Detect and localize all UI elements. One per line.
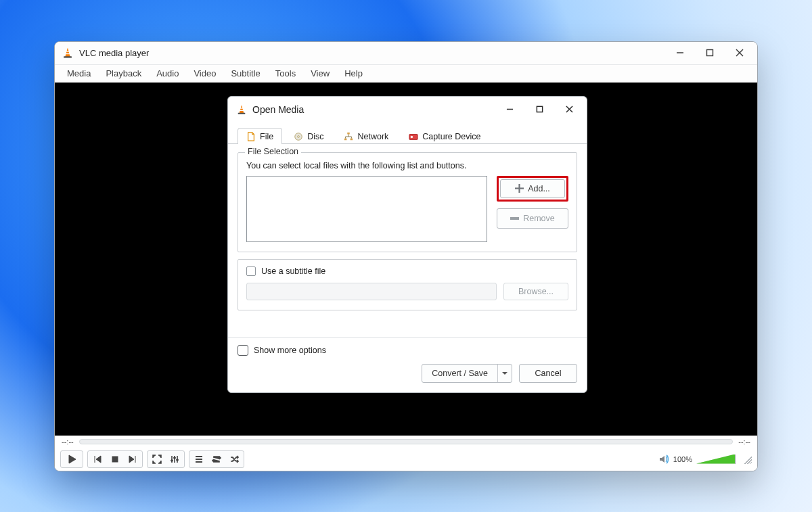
dialog-title: Open Media (252, 104, 304, 115)
capture-icon (409, 132, 418, 141)
menubar: Media Playback Audio Video Subtitle Tool… (55, 65, 757, 83)
network-icon (344, 132, 353, 141)
controls-row: 100% (55, 448, 757, 471)
speaker-icon[interactable] (658, 454, 669, 465)
skip-next-icon (128, 455, 137, 464)
open-media-dialog: Open Media File Disc (227, 96, 587, 393)
skip-prev-icon (93, 455, 102, 464)
menu-help[interactable]: Help (338, 67, 369, 80)
volume-percent: 100% (673, 455, 692, 463)
disc-icon (294, 132, 303, 141)
cancel-button-label: Cancel (535, 369, 562, 378)
menu-tools[interactable]: Tools (269, 67, 302, 80)
fullscreen-button[interactable] (149, 451, 165, 467)
tab-network-label: Network (357, 132, 388, 141)
vlc-main-window: VLC media player Media Playback Audio Vi… (54, 41, 758, 471)
show-more-checkbox[interactable] (238, 345, 248, 356)
tab-disc-label: Disc (307, 132, 323, 141)
subtitle-group: Use a subtitle file Browse... (238, 259, 577, 310)
loop-icon (212, 455, 221, 464)
plus-icon (515, 184, 524, 193)
subtitle-checkbox[interactable] (246, 266, 256, 276)
shuffle-button[interactable] (226, 451, 242, 467)
menu-view[interactable]: View (304, 67, 336, 80)
next-button[interactable] (125, 451, 141, 467)
view-group (147, 450, 185, 468)
svg-point-12 (298, 135, 300, 137)
svg-rect-13 (348, 132, 351, 134)
tab-capture[interactable]: Capture Device (400, 128, 489, 144)
file-selection-title: File Selection (245, 147, 301, 156)
remove-button[interactable]: Remove (497, 208, 568, 229)
cancel-button[interactable]: Cancel (519, 364, 577, 383)
equalizer-icon (170, 455, 179, 464)
loop-button[interactable] (208, 451, 225, 467)
svg-rect-15 (351, 138, 353, 140)
menu-playback[interactable]: Playback (99, 67, 148, 80)
close-button[interactable] (725, 43, 754, 63)
svg-point-23 (177, 459, 179, 461)
subtitle-checkbox-label: Use a subtitle file (261, 266, 325, 276)
chevron-down-icon (502, 371, 508, 376)
file-list[interactable] (246, 176, 487, 242)
convert-save-label: Convert / Save (422, 365, 498, 382)
add-button-highlight: Add... (497, 176, 568, 202)
seek-slider[interactable] (79, 439, 734, 444)
add-button[interactable]: Add... (500, 179, 565, 198)
browse-button: Browse... (503, 283, 568, 300)
prev-button[interactable] (89, 451, 106, 467)
menu-media[interactable]: Media (60, 67, 97, 80)
svg-rect-19 (515, 187, 524, 189)
dialog-close-button[interactable] (554, 99, 584, 120)
volume-area: 100% (658, 454, 752, 465)
vlc-cone-icon (236, 104, 247, 115)
svg-rect-14 (344, 138, 347, 140)
resize-grip[interactable] (742, 455, 752, 464)
svg-point-17 (411, 135, 413, 138)
browse-button-label: Browse... (518, 287, 554, 296)
file-icon (246, 132, 256, 141)
play-button[interactable] (60, 450, 83, 468)
progress-row: --:-- --:-- (55, 436, 757, 448)
svg-rect-8 (537, 106, 542, 112)
tab-capture-label: Capture Device (422, 132, 480, 141)
subtitle-path-input (246, 283, 497, 300)
svg-point-22 (174, 457, 176, 459)
menu-audio[interactable]: Audio (150, 67, 185, 80)
maximize-button[interactable] (695, 43, 725, 63)
fullscreen-icon (152, 455, 162, 464)
convert-save-button[interactable]: Convert / Save (422, 364, 512, 383)
svg-rect-20 (112, 457, 118, 462)
tab-file[interactable]: File (238, 128, 282, 144)
video-area: Open Media File Disc (55, 83, 757, 436)
minus-icon (510, 217, 519, 220)
menu-video[interactable]: Video (187, 67, 223, 80)
playlist-icon (194, 455, 204, 464)
svg-point-21 (171, 459, 173, 461)
dialog-tabbar: File Disc Network Capture Device (228, 122, 587, 144)
play-icon (67, 455, 76, 464)
minimize-button[interactable] (665, 43, 695, 63)
tab-file-label: File (260, 132, 273, 141)
ext-settings-button[interactable] (166, 451, 183, 467)
playlist-group (189, 450, 244, 468)
svg-rect-4 (707, 50, 713, 56)
convert-save-dropdown[interactable] (498, 365, 512, 382)
vlc-cone-icon (62, 47, 74, 59)
playlist-button[interactable] (191, 451, 207, 467)
dialog-minimize-button[interactable] (495, 99, 524, 120)
volume-slider[interactable] (696, 455, 736, 464)
skip-group (87, 450, 143, 468)
window-title: VLC media player (79, 48, 149, 58)
add-button-label: Add... (528, 184, 550, 193)
shuffle-icon (229, 455, 239, 464)
titlebar[interactable]: VLC media player (55, 42, 757, 65)
tab-disc[interactable]: Disc (285, 128, 332, 144)
menu-subtitle[interactable]: Subtitle (224, 67, 267, 80)
remove-button-label: Remove (523, 214, 555, 223)
stop-button[interactable] (107, 451, 123, 467)
tab-network[interactable]: Network (335, 128, 397, 144)
dialog-titlebar[interactable]: Open Media (228, 97, 587, 122)
dialog-maximize-button[interactable] (524, 99, 554, 120)
file-selection-hint: You can select local files with the foll… (246, 161, 568, 170)
